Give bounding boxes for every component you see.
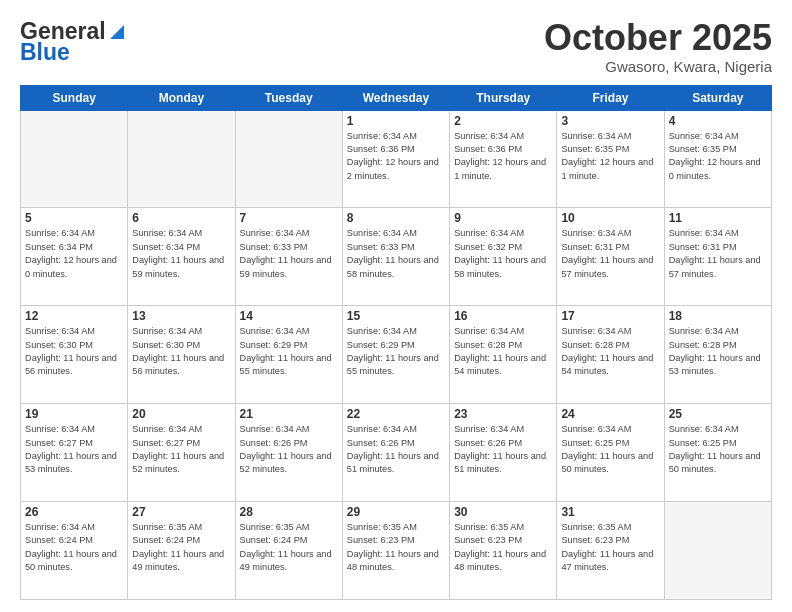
day-info: Sunrise: 6:35 AM Sunset: 6:23 PM Dayligh… bbox=[561, 521, 659, 574]
day-number: 28 bbox=[240, 505, 338, 519]
day-info: Sunrise: 6:34 AM Sunset: 6:31 PM Dayligh… bbox=[561, 227, 659, 280]
day-info: Sunrise: 6:34 AM Sunset: 6:32 PM Dayligh… bbox=[454, 227, 552, 280]
day-info: Sunrise: 6:34 AM Sunset: 6:34 PM Dayligh… bbox=[25, 227, 123, 280]
day-number: 30 bbox=[454, 505, 552, 519]
calendar-cell: 6Sunrise: 6:34 AM Sunset: 6:34 PM Daylig… bbox=[128, 208, 235, 306]
day-number: 26 bbox=[25, 505, 123, 519]
day-info: Sunrise: 6:34 AM Sunset: 6:24 PM Dayligh… bbox=[25, 521, 123, 574]
logo-block: General Blue bbox=[20, 18, 128, 66]
day-info: Sunrise: 6:35 AM Sunset: 6:24 PM Dayligh… bbox=[240, 521, 338, 574]
day-number: 10 bbox=[561, 211, 659, 225]
day-number: 15 bbox=[347, 309, 445, 323]
calendar-cell: 5Sunrise: 6:34 AM Sunset: 6:34 PM Daylig… bbox=[21, 208, 128, 306]
header: General Blue October 2025 Gwasoro, Kwara… bbox=[20, 18, 772, 75]
logo-triangle-icon bbox=[106, 21, 128, 43]
day-number: 20 bbox=[132, 407, 230, 421]
day-number: 6 bbox=[132, 211, 230, 225]
day-number: 13 bbox=[132, 309, 230, 323]
day-info: Sunrise: 6:34 AM Sunset: 6:27 PM Dayligh… bbox=[25, 423, 123, 476]
week-row-4: 26Sunrise: 6:34 AM Sunset: 6:24 PM Dayli… bbox=[21, 502, 772, 600]
calendar-cell: 1Sunrise: 6:34 AM Sunset: 6:36 PM Daylig… bbox=[342, 110, 449, 208]
day-number: 8 bbox=[347, 211, 445, 225]
calendar-cell: 3Sunrise: 6:34 AM Sunset: 6:35 PM Daylig… bbox=[557, 110, 664, 208]
calendar-cell: 10Sunrise: 6:34 AM Sunset: 6:31 PM Dayli… bbox=[557, 208, 664, 306]
day-number: 14 bbox=[240, 309, 338, 323]
day-number: 19 bbox=[25, 407, 123, 421]
calendar-cell: 31Sunrise: 6:35 AM Sunset: 6:23 PM Dayli… bbox=[557, 502, 664, 600]
calendar-cell: 7Sunrise: 6:34 AM Sunset: 6:33 PM Daylig… bbox=[235, 208, 342, 306]
calendar-cell: 11Sunrise: 6:34 AM Sunset: 6:31 PM Dayli… bbox=[664, 208, 771, 306]
day-info: Sunrise: 6:34 AM Sunset: 6:25 PM Dayligh… bbox=[669, 423, 767, 476]
calendar-cell: 19Sunrise: 6:34 AM Sunset: 6:27 PM Dayli… bbox=[21, 404, 128, 502]
day-number: 25 bbox=[669, 407, 767, 421]
calendar-cell: 27Sunrise: 6:35 AM Sunset: 6:24 PM Dayli… bbox=[128, 502, 235, 600]
day-number: 1 bbox=[347, 114, 445, 128]
day-info: Sunrise: 6:34 AM Sunset: 6:25 PM Dayligh… bbox=[561, 423, 659, 476]
calendar-cell: 8Sunrise: 6:34 AM Sunset: 6:33 PM Daylig… bbox=[342, 208, 449, 306]
day-info: Sunrise: 6:34 AM Sunset: 6:35 PM Dayligh… bbox=[669, 130, 767, 183]
day-info: Sunrise: 6:34 AM Sunset: 6:30 PM Dayligh… bbox=[25, 325, 123, 378]
col-header-friday: Friday bbox=[557, 85, 664, 110]
calendar-cell: 30Sunrise: 6:35 AM Sunset: 6:23 PM Dayli… bbox=[450, 502, 557, 600]
day-info: Sunrise: 6:35 AM Sunset: 6:24 PM Dayligh… bbox=[132, 521, 230, 574]
week-row-2: 12Sunrise: 6:34 AM Sunset: 6:30 PM Dayli… bbox=[21, 306, 772, 404]
calendar-cell: 9Sunrise: 6:34 AM Sunset: 6:32 PM Daylig… bbox=[450, 208, 557, 306]
day-info: Sunrise: 6:34 AM Sunset: 6:26 PM Dayligh… bbox=[240, 423, 338, 476]
calendar-cell: 23Sunrise: 6:34 AM Sunset: 6:26 PM Dayli… bbox=[450, 404, 557, 502]
week-row-1: 5Sunrise: 6:34 AM Sunset: 6:34 PM Daylig… bbox=[21, 208, 772, 306]
day-number: 31 bbox=[561, 505, 659, 519]
month-title: October 2025 bbox=[544, 18, 772, 58]
day-info: Sunrise: 6:34 AM Sunset: 6:31 PM Dayligh… bbox=[669, 227, 767, 280]
day-number: 4 bbox=[669, 114, 767, 128]
calendar-cell bbox=[664, 502, 771, 600]
location: Gwasoro, Kwara, Nigeria bbox=[544, 58, 772, 75]
day-info: Sunrise: 6:34 AM Sunset: 6:26 PM Dayligh… bbox=[347, 423, 445, 476]
day-info: Sunrise: 6:34 AM Sunset: 6:33 PM Dayligh… bbox=[347, 227, 445, 280]
calendar-table: SundayMondayTuesdayWednesdayThursdayFrid… bbox=[20, 85, 772, 600]
day-number: 23 bbox=[454, 407, 552, 421]
calendar-cell: 4Sunrise: 6:34 AM Sunset: 6:35 PM Daylig… bbox=[664, 110, 771, 208]
day-info: Sunrise: 6:34 AM Sunset: 6:30 PM Dayligh… bbox=[132, 325, 230, 378]
calendar-cell: 12Sunrise: 6:34 AM Sunset: 6:30 PM Dayli… bbox=[21, 306, 128, 404]
day-info: Sunrise: 6:34 AM Sunset: 6:28 PM Dayligh… bbox=[561, 325, 659, 378]
day-number: 27 bbox=[132, 505, 230, 519]
col-header-saturday: Saturday bbox=[664, 85, 771, 110]
calendar-cell bbox=[21, 110, 128, 208]
day-number: 18 bbox=[669, 309, 767, 323]
day-info: Sunrise: 6:34 AM Sunset: 6:26 PM Dayligh… bbox=[454, 423, 552, 476]
day-number: 3 bbox=[561, 114, 659, 128]
calendar-cell: 15Sunrise: 6:34 AM Sunset: 6:29 PM Dayli… bbox=[342, 306, 449, 404]
day-info: Sunrise: 6:35 AM Sunset: 6:23 PM Dayligh… bbox=[347, 521, 445, 574]
col-header-tuesday: Tuesday bbox=[235, 85, 342, 110]
day-info: Sunrise: 6:34 AM Sunset: 6:28 PM Dayligh… bbox=[454, 325, 552, 378]
calendar-cell: 25Sunrise: 6:34 AM Sunset: 6:25 PM Dayli… bbox=[664, 404, 771, 502]
week-row-0: 1Sunrise: 6:34 AM Sunset: 6:36 PM Daylig… bbox=[21, 110, 772, 208]
calendar-header-row: SundayMondayTuesdayWednesdayThursdayFrid… bbox=[21, 85, 772, 110]
day-number: 21 bbox=[240, 407, 338, 421]
calendar-cell: 13Sunrise: 6:34 AM Sunset: 6:30 PM Dayli… bbox=[128, 306, 235, 404]
day-number: 12 bbox=[25, 309, 123, 323]
day-info: Sunrise: 6:34 AM Sunset: 6:36 PM Dayligh… bbox=[347, 130, 445, 183]
day-info: Sunrise: 6:34 AM Sunset: 6:35 PM Dayligh… bbox=[561, 130, 659, 183]
calendar-cell: 28Sunrise: 6:35 AM Sunset: 6:24 PM Dayli… bbox=[235, 502, 342, 600]
calendar-cell: 26Sunrise: 6:34 AM Sunset: 6:24 PM Dayli… bbox=[21, 502, 128, 600]
day-number: 11 bbox=[669, 211, 767, 225]
col-header-thursday: Thursday bbox=[450, 85, 557, 110]
calendar-cell: 22Sunrise: 6:34 AM Sunset: 6:26 PM Dayli… bbox=[342, 404, 449, 502]
calendar-cell: 21Sunrise: 6:34 AM Sunset: 6:26 PM Dayli… bbox=[235, 404, 342, 502]
day-info: Sunrise: 6:34 AM Sunset: 6:36 PM Dayligh… bbox=[454, 130, 552, 183]
day-number: 17 bbox=[561, 309, 659, 323]
week-row-3: 19Sunrise: 6:34 AM Sunset: 6:27 PM Dayli… bbox=[21, 404, 772, 502]
calendar-cell: 14Sunrise: 6:34 AM Sunset: 6:29 PM Dayli… bbox=[235, 306, 342, 404]
day-number: 29 bbox=[347, 505, 445, 519]
calendar-cell: 29Sunrise: 6:35 AM Sunset: 6:23 PM Dayli… bbox=[342, 502, 449, 600]
day-number: 9 bbox=[454, 211, 552, 225]
day-number: 22 bbox=[347, 407, 445, 421]
day-number: 16 bbox=[454, 309, 552, 323]
calendar-cell bbox=[128, 110, 235, 208]
day-number: 2 bbox=[454, 114, 552, 128]
day-info: Sunrise: 6:35 AM Sunset: 6:23 PM Dayligh… bbox=[454, 521, 552, 574]
logo: General Blue bbox=[20, 18, 128, 66]
col-header-sunday: Sunday bbox=[21, 85, 128, 110]
svg-marker-0 bbox=[110, 25, 124, 39]
